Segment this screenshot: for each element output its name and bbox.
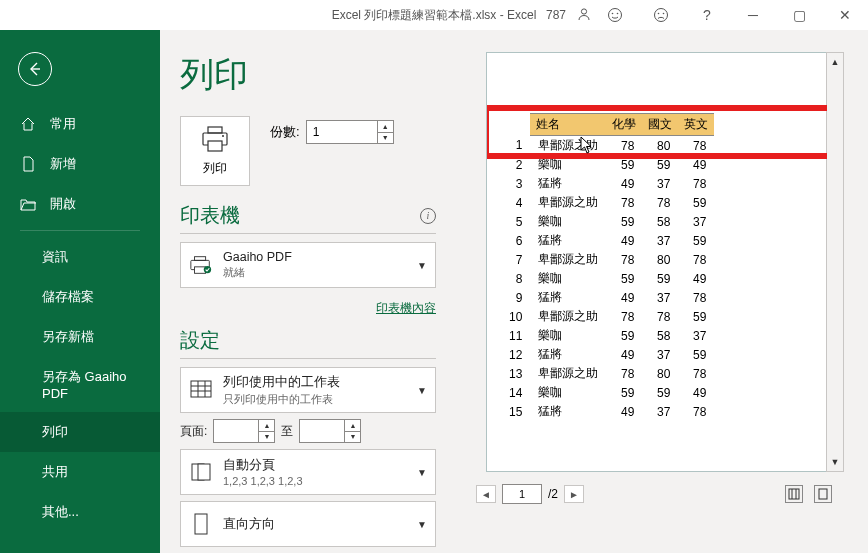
table-header: 化學 xyxy=(606,114,642,136)
user-indicator[interactable]: 787 xyxy=(546,0,592,30)
chevron-down-icon: ▼ xyxy=(417,260,427,271)
table-row: 14樂咖595949 xyxy=(501,383,714,402)
table-row: 7卑鄙源之助788078 xyxy=(501,250,714,269)
table-row: 1卑鄙源之助788078 xyxy=(501,136,714,156)
svg-rect-24 xyxy=(789,489,799,499)
chevron-down-icon[interactable]: ▼ xyxy=(377,133,393,144)
print-preview: 姓名化學國文英文 1卑鄙源之助7880782樂咖5959493猛將4937784… xyxy=(456,52,838,553)
table-header: 姓名 xyxy=(530,114,606,136)
table-row: 13卑鄙源之助788078 xyxy=(501,364,714,383)
page-title: 列印 xyxy=(180,52,436,98)
help-icon[interactable]: ? xyxy=(684,0,730,30)
chevron-down-icon: ▼ xyxy=(417,519,427,530)
print-what-selector[interactable]: 列印使用中的工作表 只列印使用中的工作表 ▼ xyxy=(180,367,436,413)
print-button-label: 列印 xyxy=(203,160,227,177)
table-row: 15猛將493778 xyxy=(501,402,714,421)
sidebar-item-more[interactable]: 其他... xyxy=(0,492,160,532)
sidebar-item-save[interactable]: 儲存檔案 xyxy=(0,277,160,317)
scroll-up-icon[interactable]: ▲ xyxy=(827,53,843,71)
preview-table: 姓名化學國文英文 1卑鄙源之助7880782樂咖5959493猛將4937784… xyxy=(501,113,714,421)
close-button[interactable]: ✕ xyxy=(822,0,868,30)
user-icon xyxy=(576,6,592,25)
table-header: 國文 xyxy=(642,114,678,136)
home-icon xyxy=(20,116,36,132)
printer-selector[interactable]: Gaaiho PDF 就緒 ▼ xyxy=(180,242,436,288)
table-row: 6猛將493759 xyxy=(501,231,714,250)
show-margins-button[interactable] xyxy=(785,485,803,503)
sidebar-item-label: 另存為 Gaaiho PDF xyxy=(42,368,140,401)
sidebar-item-saveas-gaaiho[interactable]: 另存為 Gaaiho PDF xyxy=(0,357,160,412)
new-icon xyxy=(20,156,36,172)
table-row: 5樂咖595837 xyxy=(501,212,714,231)
table-row: 10卑鄙源之助787859 xyxy=(501,307,714,326)
sad-face-icon[interactable] xyxy=(638,0,684,30)
info-icon[interactable]: i xyxy=(420,208,436,224)
orientation-selector[interactable]: 直向方向 ▼ xyxy=(180,501,436,547)
sidebar-item-label: 列印 xyxy=(42,423,68,441)
next-page-button[interactable]: ► xyxy=(564,485,584,503)
printer-section-title: 印表機 i xyxy=(180,202,436,229)
table-row: 2樂咖595949 xyxy=(501,155,714,174)
collate-icon xyxy=(189,460,213,484)
printer-device-icon xyxy=(189,253,213,277)
svg-rect-23 xyxy=(195,514,207,534)
chevron-up-icon[interactable]: ▲ xyxy=(377,121,393,133)
collate-selector[interactable]: 自動分頁 1,2,3 1,2,3 1,2,3 ▼ xyxy=(180,449,436,495)
page-from-spinner[interactable]: ▲▼ xyxy=(258,420,274,442)
backstage-sidebar: 常用 新增 開啟 資訊 儲存檔案 另存新檔 另存為 Gaaiho PDF 列印 … xyxy=(0,30,160,553)
chevron-down-icon: ▼ xyxy=(417,467,427,478)
maximize-button[interactable]: ▢ xyxy=(776,0,822,30)
svg-rect-13 xyxy=(195,257,206,261)
sidebar-item-saveas[interactable]: 另存新檔 xyxy=(0,317,160,357)
svg-point-1 xyxy=(609,9,622,22)
print-button[interactable]: 列印 xyxy=(180,116,250,186)
page-to-spinner[interactable]: ▲▼ xyxy=(344,420,360,442)
sidebar-item-label: 開啟 xyxy=(50,195,76,213)
sidebar-item-label: 資訊 xyxy=(42,248,68,266)
svg-point-3 xyxy=(617,13,619,15)
pages-label: 頁面: xyxy=(180,423,207,440)
sidebar-item-label: 新增 xyxy=(50,155,76,173)
portrait-icon xyxy=(189,512,213,536)
sidebar-item-label: 共用 xyxy=(42,463,68,481)
back-button[interactable] xyxy=(18,52,52,86)
preview-page: 姓名化學國文英文 1卑鄙源之助7880782樂咖5959493猛將4937784… xyxy=(486,52,828,472)
happy-face-icon[interactable] xyxy=(592,0,638,30)
svg-rect-22 xyxy=(198,464,210,480)
window-title: Excel 列印標題練習範本檔.xlsx - Excel xyxy=(332,7,537,24)
current-page-input[interactable] xyxy=(502,484,542,504)
sheet-icon xyxy=(189,378,213,402)
table-row: 12猛將493759 xyxy=(501,345,714,364)
svg-point-4 xyxy=(655,9,668,22)
zoom-to-page-button[interactable] xyxy=(814,485,832,503)
title-bar: Excel 列印標題練習範本檔.xlsx - Excel 787 ? ─ ▢ ✕ xyxy=(0,0,868,30)
printer-name: Gaaiho PDF xyxy=(223,250,292,264)
sidebar-item-home[interactable]: 常用 xyxy=(0,104,160,144)
sidebar-item-print[interactable]: 列印 xyxy=(0,412,160,452)
sidebar-item-open[interactable]: 開啟 xyxy=(0,184,160,224)
settings-section-title: 設定 xyxy=(180,327,436,354)
table-row: 8樂咖595949 xyxy=(501,269,714,288)
scroll-down-icon[interactable]: ▼ xyxy=(827,453,843,471)
sidebar-item-new[interactable]: 新增 xyxy=(0,144,160,184)
svg-point-0 xyxy=(581,8,586,13)
chevron-down-icon: ▼ xyxy=(417,385,427,396)
printer-properties-link[interactable]: 印表機內容 xyxy=(376,301,436,315)
table-header: 英文 xyxy=(678,114,714,136)
open-icon xyxy=(20,196,36,212)
minimize-button[interactable]: ─ xyxy=(730,0,776,30)
total-pages-label: /2 xyxy=(548,487,558,501)
prev-page-button[interactable]: ◄ xyxy=(476,485,496,503)
preview-scrollbar[interactable]: ▲ ▼ xyxy=(826,52,844,472)
svg-point-6 xyxy=(663,13,665,15)
table-row: 11樂咖595837 xyxy=(501,326,714,345)
sidebar-item-share[interactable]: 共用 xyxy=(0,452,160,492)
sidebar-item-label: 儲存檔案 xyxy=(42,288,94,306)
table-row: 3猛將493778 xyxy=(501,174,714,193)
pages-to-label: 至 xyxy=(281,423,293,440)
svg-point-2 xyxy=(612,13,614,15)
svg-rect-27 xyxy=(819,489,827,499)
svg-rect-8 xyxy=(208,127,222,133)
sidebar-item-info[interactable]: 資訊 xyxy=(0,237,160,277)
copies-spinner[interactable]: ▲▼ xyxy=(377,121,393,143)
